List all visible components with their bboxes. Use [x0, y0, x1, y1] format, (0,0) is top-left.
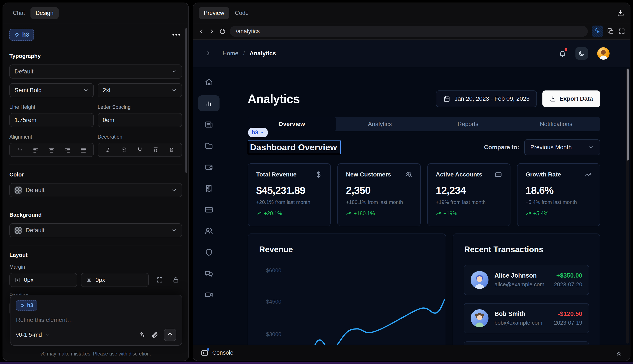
sidebar-item-security-icon[interactable]: [198, 244, 220, 260]
date-range-button[interactable]: Jan 20, 2023 - Feb 09, 2023: [436, 90, 537, 107]
no-decoration-icon[interactable]: [165, 144, 178, 155]
console-badge-dot: [207, 348, 209, 350]
tab-analytics[interactable]: Analytics: [336, 117, 424, 131]
transaction-row: Alice Johnson alice@example.com +$350.00…: [464, 265, 589, 295]
tab-chat[interactable]: Chat: [9, 7, 29, 19]
chevron-down-icon: [45, 332, 50, 338]
download-icon[interactable]: [617, 9, 624, 17]
app-viewport: Home / Analytics: [193, 40, 630, 360]
align-right-icon[interactable]: [61, 144, 74, 155]
breadcrumb-home[interactable]: Home: [223, 50, 239, 57]
console-label: Console: [212, 350, 233, 356]
sidebar-item-files-icon[interactable]: [198, 138, 220, 154]
refine-input[interactable]: Refine this element…: [16, 316, 176, 323]
users-icon: [405, 171, 412, 178]
color-label: Color: [9, 171, 182, 178]
transaction-amount: -$120.50: [558, 310, 582, 318]
align-center-icon[interactable]: [45, 144, 58, 155]
forward-icon[interactable]: [208, 28, 215, 35]
stat-card-total-revenue: Total Revenue $45,231.89 +20.1% from las…: [248, 163, 331, 226]
font-family-select[interactable]: Default: [9, 64, 182, 78]
sidebar-item-home-icon[interactable]: [198, 74, 220, 90]
diamond-icon: [14, 32, 20, 38]
sidebar-item-users-icon[interactable]: [198, 223, 220, 239]
overline-icon[interactable]: [149, 144, 162, 155]
margin-lock-icon[interactable]: [170, 274, 181, 285]
left-panel-scrollbar[interactable]: [185, 28, 187, 173]
element-tag-chip[interactable]: h3: [248, 128, 268, 137]
undo-icon[interactable]: [14, 144, 26, 155]
stat-card-active-accounts: Active Accounts 12,234 +19% from last mo…: [427, 163, 510, 226]
page-title: Analytics: [248, 92, 300, 106]
align-left-icon[interactable]: [30, 144, 42, 155]
theme-toggle-button[interactable]: [575, 47, 588, 60]
copy-icon[interactable]: [607, 28, 614, 35]
sidebar-item-cards-icon[interactable]: [198, 202, 220, 218]
transaction-date: 2023-07-19: [554, 320, 582, 326]
margin-expand-icon[interactable]: [154, 274, 165, 285]
sidebar-item-messages-icon[interactable]: [198, 266, 220, 282]
italic-icon[interactable]: [102, 144, 114, 155]
moon-icon: [578, 50, 585, 57]
line-height-input[interactable]: 1.75rem: [9, 113, 94, 127]
font-size-select[interactable]: 2xl: [98, 83, 182, 97]
selected-h3-element[interactable]: Dashboard Overview: [248, 140, 341, 154]
letter-spacing-input[interactable]: 0em: [98, 113, 182, 127]
chevron-down-icon: [171, 88, 177, 93]
sidebar-item-video-icon[interactable]: [198, 287, 220, 303]
sidebar-item-receipts-icon[interactable]: [198, 180, 220, 196]
trend-up-icon: [436, 211, 441, 216]
notifications-bell-icon[interactable]: [559, 50, 566, 57]
color-select[interactable]: Default: [9, 183, 182, 197]
bottom-accent-strip: [0, 362, 633, 364]
background-label: Background: [9, 212, 182, 218]
user-avatar[interactable]: [597, 47, 609, 60]
notification-dot: [565, 48, 567, 51]
sparkles-icon[interactable]: [138, 331, 146, 338]
strikethrough-icon[interactable]: [118, 144, 130, 155]
selected-element-badge[interactable]: h3: [9, 29, 34, 41]
tab-code[interactable]: Code: [231, 7, 253, 19]
tab-preview[interactable]: Preview: [199, 7, 229, 19]
back-icon[interactable]: [198, 28, 204, 35]
background-select[interactable]: Default: [9, 223, 182, 237]
inspect-cursor-icon[interactable]: [592, 26, 603, 37]
model-select[interactable]: v0-1.5-md: [16, 332, 50, 338]
scrollbar-thumb[interactable]: [626, 69, 629, 160]
sidebar-item-analytics-icon[interactable]: [198, 95, 220, 111]
tab-design[interactable]: Design: [31, 7, 59, 19]
sidebar-toggle-icon[interactable]: [205, 50, 212, 56]
refine-element-badge[interactable]: h3: [16, 300, 37, 310]
sidebar-item-wallet-icon[interactable]: [198, 159, 220, 175]
alignment-label: Alignment: [9, 134, 94, 140]
margin-vertical-icon: [86, 277, 92, 283]
sidebar-item-news-icon[interactable]: [198, 117, 220, 132]
fullscreen-icon[interactable]: [618, 28, 625, 35]
charts-row: Revenue $6000 $4500 $3000 Recent Transac…: [248, 234, 600, 360]
compare-label: Compare to:: [484, 144, 519, 151]
tab-reports[interactable]: Reports: [424, 117, 512, 131]
underline-icon[interactable]: [134, 144, 146, 155]
compare-select[interactable]: Previous Month: [524, 140, 600, 155]
margin-x-input[interactable]: 0px: [9, 273, 77, 287]
url-input[interactable]: /analytics: [230, 26, 588, 37]
margin-y-input[interactable]: 0px: [81, 273, 149, 287]
chevrons-up-icon[interactable]: [615, 349, 622, 356]
alignment-group: [9, 143, 94, 157]
more-options-icon[interactable]: [170, 32, 182, 38]
tab-notifications[interactable]: Notifications: [512, 117, 600, 131]
attachment-icon[interactable]: [151, 331, 158, 338]
refine-element-box: h3 Refine this element… v0-1.5-md: [10, 294, 182, 346]
font-weight-select[interactable]: Semi Bold: [9, 83, 94, 97]
export-data-button[interactable]: Export Data: [542, 90, 600, 107]
refresh-icon[interactable]: [219, 28, 226, 35]
align-justify-icon[interactable]: [77, 144, 90, 155]
breadcrumb: Home / Analytics: [223, 50, 276, 57]
preview-scrollbar[interactable]: [626, 68, 629, 344]
background-swatch: [15, 227, 22, 234]
preview-panel: Preview Code /analytics Home / Analytics: [193, 2, 630, 361]
submit-button[interactable]: [164, 329, 176, 341]
console-bar[interactable]: Console: [193, 345, 630, 360]
breadcrumb-current: Analytics: [249, 50, 276, 57]
page-header-row: Analytics Jan 20, 2023 - Feb 09, 2023 Ex…: [248, 90, 600, 108]
